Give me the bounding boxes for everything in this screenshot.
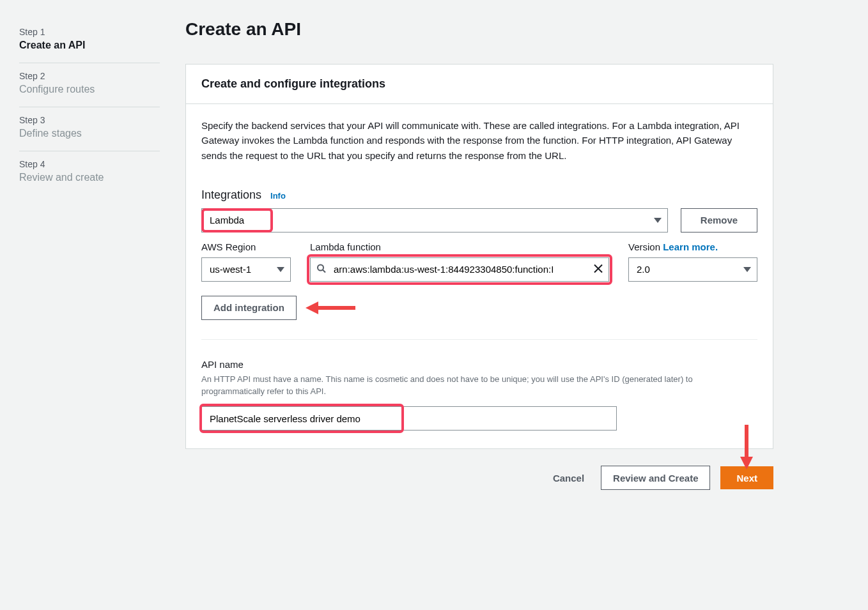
step-title: Configure routes — [19, 84, 160, 95]
wizard-steps-sidebar: Step 1 Create an API Step 2 Configure ro… — [19, 19, 160, 490]
svg-marker-8 — [306, 301, 318, 314]
step-title: Review and create — [19, 172, 160, 183]
panel-description: Specify the backend services that your A… — [201, 118, 757, 163]
remove-integration-button[interactable]: Remove — [681, 208, 757, 233]
integration-type-select-wrap: Lambda — [201, 208, 668, 233]
divider — [201, 339, 757, 340]
search-icon — [316, 263, 327, 275]
arrow-annotation — [739, 425, 754, 471]
integrations-heading: Integrations — [201, 188, 261, 202]
step-number: Step 2 — [19, 71, 160, 81]
version-label: Version — [628, 241, 663, 252]
version-select[interactable]: 2.0 — [628, 257, 757, 282]
step-4[interactable]: Step 4 Review and create — [19, 151, 160, 195]
panel-heading: Create and configure integrations — [201, 77, 757, 91]
svg-marker-10 — [740, 457, 753, 469]
panel-header: Create and configure integrations — [186, 65, 773, 104]
step-2[interactable]: Step 2 Configure routes — [19, 63, 160, 107]
aws-region-label: AWS Region — [201, 241, 291, 252]
aws-region-select[interactable]: us-west-1 — [201, 257, 291, 282]
integrations-panel: Create and configure integrations Specif… — [185, 64, 773, 449]
step-1[interactable]: Step 1 Create an API — [19, 19, 160, 63]
step-title: Define stages — [19, 128, 160, 139]
clear-icon[interactable] — [594, 264, 603, 275]
add-integration-button[interactable]: Add integration — [201, 296, 297, 320]
lambda-function-label: Lambda function — [310, 241, 609, 252]
svg-line-3 — [323, 270, 325, 272]
integration-type-select[interactable]: Lambda — [201, 208, 668, 233]
api-name-help: An HTTP API must have a name. This name … — [201, 374, 751, 398]
footer-actions: Cancel Review and Create Next — [185, 466, 773, 490]
lambda-function-input[interactable] — [310, 257, 609, 282]
api-name-input[interactable] — [201, 406, 617, 431]
main-content: Create an API Create and configure integ… — [185, 19, 773, 490]
step-number: Step 3 — [19, 115, 160, 125]
learn-more-link[interactable]: Learn more. — [663, 241, 718, 252]
svg-point-2 — [318, 264, 323, 270]
review-and-create-button[interactable]: Review and Create — [601, 466, 710, 490]
page-title: Create an API — [185, 19, 773, 40]
info-link[interactable]: Info — [270, 191, 286, 201]
arrow-annotation — [306, 300, 355, 316]
step-number: Step 4 — [19, 159, 160, 169]
step-number: Step 1 — [19, 27, 160, 37]
step-3[interactable]: Step 3 Define stages — [19, 107, 160, 151]
api-name-label: API name — [201, 359, 757, 370]
step-title: Create an API — [19, 40, 160, 51]
cancel-button[interactable]: Cancel — [546, 468, 591, 489]
